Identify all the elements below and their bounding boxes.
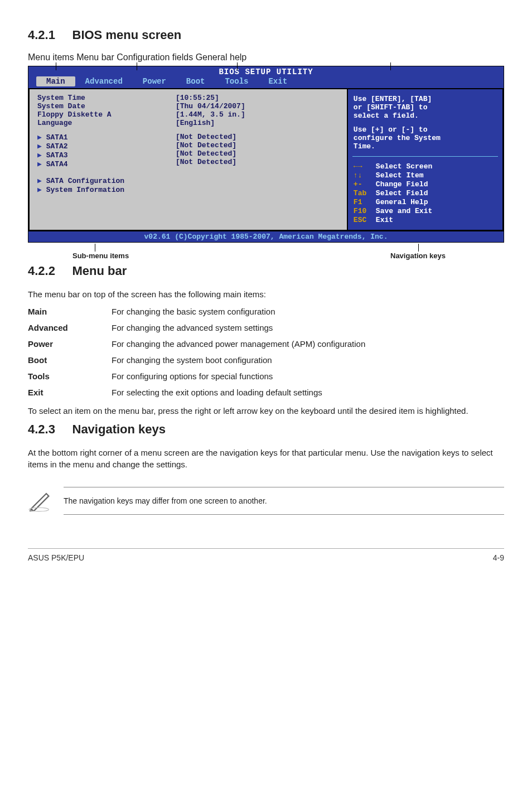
help-line: Use [+] or [-] to <box>354 125 497 134</box>
section-title: Menu bar <box>72 264 127 278</box>
val-sata3: [Not Detected] <box>176 149 345 158</box>
help-keys: ←→Select Screen ↑↓Select Item +-Change F… <box>354 162 497 224</box>
menu-main: Main <box>36 76 75 86</box>
menu-boot: Boot <box>176 76 215 86</box>
triangle-icon: ▶ <box>37 160 46 168</box>
row-floppy: Floppy Diskette A <box>37 110 176 119</box>
paragraph: The menu bar on top of the screen has th… <box>28 288 504 300</box>
section-heading-421: 4.2.1 BIOS menu screen <box>28 28 504 42</box>
val-floppy: [1.44M, 3.5 in.] <box>176 110 345 119</box>
row-sata3: ▶ SATA3 <box>37 151 176 160</box>
key-desc: Select Screen <box>376 162 497 171</box>
val-sata2: [Not Detected] <box>176 141 345 149</box>
label-menu-items: Menu items <box>28 52 74 62</box>
key-desc: Select Field <box>376 189 497 197</box>
bottom-label-row: Sub-menu items Navigation keys <box>28 244 504 258</box>
key-arrows-ud-icon: ↑↓ <box>354 171 376 180</box>
row-system-date: System Date <box>37 102 176 110</box>
def-power: For changing the advanced power manageme… <box>112 339 504 349</box>
term-tools: Tools <box>28 371 112 381</box>
row-sata2: ▶ SATA2 <box>37 142 176 151</box>
bios-left-col: System Time System Date Floppy Diskette … <box>32 94 176 225</box>
help-line: select a field. <box>354 112 497 120</box>
key-desc: Save and Exit <box>376 207 497 215</box>
def-boot: For changing the system boot configurati… <box>112 355 504 365</box>
key-desc: General Help <box>376 198 497 206</box>
page-footer: ASUS P5K/EPU 4-9 <box>28 548 504 562</box>
row-system-time: System Time <box>37 94 176 102</box>
bios-footer: v02.61 (C)Copyright 1985-2007, American … <box>28 231 504 242</box>
section-num: 4.2.3 <box>28 422 55 436</box>
section-heading-423: 4.2.3 Navigation keys <box>28 422 504 437</box>
menu-advanced: Advanced <box>75 76 133 86</box>
top-label-row: Menu items Menu bar Configuration fields… <box>28 52 504 66</box>
row-sata4: ▶ SATA4 <box>37 160 176 168</box>
key-desc: Change Field <box>376 180 497 189</box>
row-sata1: ▶ SATA1 <box>37 133 176 142</box>
bios-mid-col: [10:55:25] [Thu 04/14/2007] [1.44M, 3.5 … <box>176 94 345 225</box>
footer-right: 4-9 <box>493 553 504 562</box>
key-desc: Select Item <box>376 171 497 180</box>
bios-help-panel: Use [ENTER], [TAB] or [SHIFT-TAB] to sel… <box>347 88 504 231</box>
val-sata4: [Not Detected] <box>176 158 345 166</box>
section-num: 4.2.1 <box>28 28 55 42</box>
section-title: BIOS menu screen <box>72 28 182 42</box>
pencil-note-icon <box>28 487 52 514</box>
triangle-icon: ▶ <box>37 186 46 194</box>
key-f10: F10 <box>354 207 376 215</box>
paragraph: To select an item on the menu bar, press… <box>28 405 504 417</box>
help-line: or [SHIFT-TAB] to <box>354 103 497 112</box>
label-navigation-keys: Navigation keys <box>390 252 446 260</box>
section-title: Navigation keys <box>72 422 166 436</box>
triangle-icon: ▶ <box>37 177 46 185</box>
section-num: 4.2.2 <box>28 264 55 278</box>
key-f1: F1 <box>354 198 376 206</box>
term-exit: Exit <box>28 388 112 397</box>
term-boot: Boot <box>28 355 112 365</box>
val-date: [Thu 04/14/2007] <box>176 102 345 110</box>
help-line: configure the System <box>354 134 497 142</box>
row-sata-config: ▶ SATA Configuration <box>37 176 176 185</box>
bios-screen: BIOS SETUP UTILITY Main Advanced Power B… <box>28 66 504 243</box>
key-arrows-lr-icon: ←→ <box>354 162 376 171</box>
key-esc: ESC <box>354 216 376 224</box>
val-time: [10:55:25] <box>176 94 345 102</box>
triangle-icon: ▶ <box>37 142 46 151</box>
term-main: Main <box>28 307 112 316</box>
def-main: For changing the basic system configurat… <box>112 307 504 316</box>
bios-title: BIOS SETUP UTILITY <box>28 66 504 76</box>
key-desc: Exit <box>376 216 497 224</box>
footer-left: ASUS P5K/EPU <box>28 553 84 562</box>
triangle-icon: ▶ <box>37 133 46 142</box>
key-plusminus: +- <box>354 180 376 189</box>
key-tab: Tab <box>354 189 376 197</box>
label-menu-bar: Menu bar <box>76 52 114 62</box>
help-line: Time. <box>354 142 497 151</box>
help-line: Use [ENTER], [TAB] <box>354 95 497 103</box>
triangle-icon: ▶ <box>37 151 46 160</box>
label-config-fields: Configuration fields <box>117 52 193 62</box>
menu-tools: Tools <box>215 76 258 86</box>
val-language: [English] <box>176 119 345 127</box>
row-sys-info: ▶ System Information <box>37 185 176 194</box>
term-power: Power <box>28 339 112 349</box>
note-text: The navigation keys may differ from one … <box>64 487 504 515</box>
def-tools: For configuring options for special func… <box>112 371 504 381</box>
def-exit: For selecting the exit options and loadi… <box>112 388 504 397</box>
label-submenu-items: Sub-menu items <box>72 252 129 260</box>
bios-menubar: Main Advanced Power Boot Tools Exit <box>28 76 504 88</box>
menu-power: Power <box>133 76 176 86</box>
term-advanced: Advanced <box>28 323 112 332</box>
label-general-help: General help <box>196 52 247 62</box>
section-heading-422: 4.2.2 Menu bar <box>28 264 504 278</box>
menu-exit: Exit <box>258 76 297 86</box>
val-sata1: [Not Detected] <box>176 133 345 141</box>
paragraph: At the bottom right corner of a menu scr… <box>28 447 504 470</box>
note-box: The navigation keys may differ from one … <box>28 487 504 515</box>
def-advanced: For changing the advanced system setting… <box>112 323 504 332</box>
row-language: Language <box>37 119 176 127</box>
definition-list: Main For changing the basic system confi… <box>28 307 504 397</box>
